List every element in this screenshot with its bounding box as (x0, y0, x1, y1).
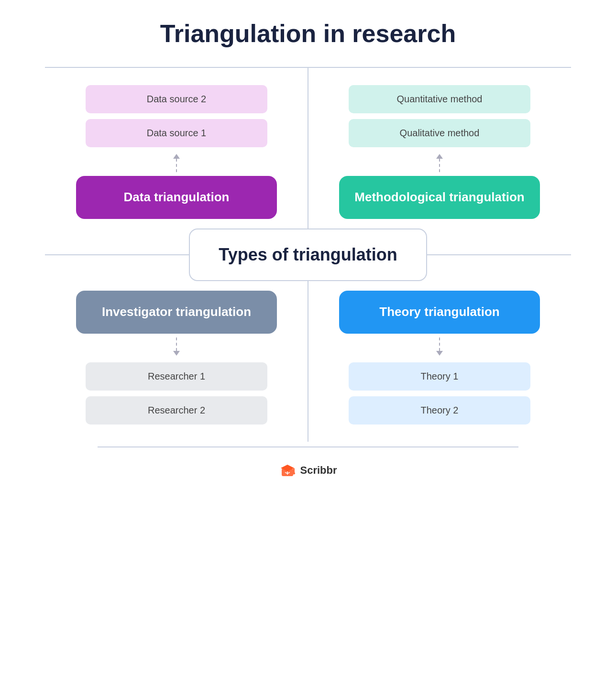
quadrant-bottom-right: Theory triangulation Theory 1 Theory 2 (308, 281, 571, 442)
researcher-1-box: Researcher 1 (86, 362, 267, 391)
bottom-grid: Investigator triangulation Researcher 1 … (45, 281, 571, 442)
quadrant-top-left: Data source 2 Data source 1 Data triangu… (45, 68, 308, 229)
data-source-2-box: Data source 2 (86, 85, 267, 113)
data-triangulation-box: Data triangulation (76, 176, 277, 219)
arrow-up-right (436, 154, 443, 172)
center-right-line (427, 254, 571, 255)
scribbr-icon (279, 462, 296, 479)
center-box: Types of triangulation (189, 229, 427, 281)
arrow-line-left (176, 159, 177, 172)
arrow-head-down-right (436, 351, 443, 356)
quadrant-top-right: Quantitative method Qualitative method M… (308, 68, 571, 229)
theory-triangulation-box: Theory triangulation (339, 291, 540, 334)
methodological-triangulation-box: Methodological triangulation (339, 176, 540, 219)
footer: Scribbr (279, 462, 337, 479)
bottom-horizontal-line (98, 446, 518, 447)
center-row: Types of triangulation (45, 229, 571, 281)
diagram-container: Data source 2 Data source 1 Data triangu… (45, 67, 571, 479)
arrow-head-up-left (173, 154, 180, 159)
quadrant-bottom-left: Investigator triangulation Researcher 1 … (45, 281, 308, 442)
arrow-head-up-right (436, 154, 443, 159)
scribbr-brand-name: Scribbr (300, 464, 337, 477)
arrow-line-bottom-right (439, 338, 440, 351)
center-box-title: Types of triangulation (219, 245, 397, 264)
quantitative-method-box: Quantitative method (349, 85, 530, 113)
data-source-1-box: Data source 1 (86, 119, 267, 147)
arrow-line-bottom-left (176, 338, 177, 351)
svg-point-3 (293, 472, 295, 474)
arrow-down-right (436, 338, 443, 356)
top-grid: Data source 2 Data source 1 Data triangu… (45, 68, 571, 229)
arrow-head-down-left (173, 351, 180, 356)
page-title: Triangulation in research (160, 19, 456, 48)
arrow-down-left (173, 338, 180, 356)
theory-2-box: Theory 2 (349, 396, 530, 425)
arrow-line-right-top (439, 159, 440, 172)
researcher-2-box: Researcher 2 (86, 396, 267, 425)
arrow-up-left (173, 154, 180, 172)
investigator-triangulation-box: Investigator triangulation (76, 291, 277, 334)
theory-1-box: Theory 1 (349, 362, 530, 391)
scribbr-logo: Scribbr (279, 462, 337, 479)
qualitative-method-box: Qualitative method (349, 119, 530, 147)
center-left-line (45, 254, 189, 255)
